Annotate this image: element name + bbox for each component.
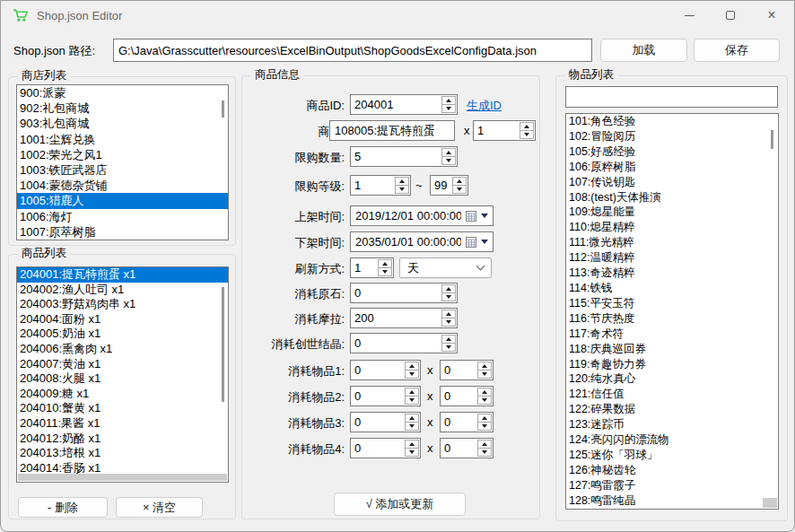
dropdown-arrow-icon[interactable] — [481, 240, 488, 244]
goods-name-input[interactable] — [329, 120, 455, 141]
list-item[interactable]: 121:信任值 — [566, 387, 778, 402]
list-item[interactable]: 204012:奶酪 x1 — [17, 432, 228, 447]
list-item[interactable]: 118:庆典巡回券 — [566, 342, 778, 357]
list-item[interactable]: 1006:海灯 — [17, 209, 228, 224]
cost-primogem-spinner[interactable] — [350, 283, 458, 303]
list-item[interactable]: 204002:渔人吐司 x1 — [17, 283, 228, 298]
shop-listbox[interactable]: 900:派蒙902:礼包商城903:礼包商城1001:尘辉兑换1002:荣光之风… — [16, 84, 229, 240]
spin-down-button[interactable] — [442, 343, 455, 351]
cost-item4-count-input[interactable] — [441, 439, 476, 458]
refresh-unit-combobox[interactable]: 天 — [399, 257, 492, 278]
cost-item2-id-spinner[interactable] — [350, 386, 421, 406]
item-listbox[interactable]: 101:角色经验102:冒险阅历105:好感经验106:原粹树脂107:传说钥匙… — [565, 113, 779, 510]
list-item[interactable]: 105:好感经验 — [566, 144, 778, 160]
spin-up-button[interactable] — [442, 336, 455, 343]
spin-down-button[interactable] — [478, 370, 491, 378]
begin-time-input[interactable] — [355, 209, 461, 222]
spin-up-button[interactable] — [453, 178, 466, 185]
list-item[interactable]: 107:传说钥匙 — [566, 175, 778, 190]
cost-item4-id-spinner[interactable] — [350, 438, 421, 458]
spin-up-button[interactable] — [396, 178, 408, 185]
list-item[interactable]: 204009:糖 x1 — [17, 387, 228, 402]
goods-id-input[interactable] — [351, 95, 441, 114]
end-time-picker[interactable] — [350, 231, 494, 252]
list-item[interactable]: 127:鸣雷霰子 — [566, 478, 778, 493]
list-item[interactable]: 1004:蒙德杂货铺 — [17, 178, 228, 193]
spin-down-button[interactable] — [379, 267, 391, 275]
cost-item1-id-spinner[interactable] — [350, 360, 421, 380]
list-item[interactable]: 1003:铁匠武器店 — [17, 162, 228, 178]
list-item[interactable]: 204007:黄油 x1 — [17, 357, 228, 372]
spin-up-button[interactable] — [379, 260, 391, 267]
save-button[interactable]: 保存 — [694, 39, 780, 62]
cost-item4-count-spinner[interactable] — [440, 438, 494, 458]
cost-item2-id-input[interactable] — [351, 387, 404, 406]
list-item[interactable]: 902:礼包商城 — [17, 100, 228, 116]
cost-item3-id-input[interactable] — [351, 413, 404, 432]
cost-mora-spinner[interactable] — [350, 308, 458, 328]
cost-primogem-input[interactable] — [351, 283, 441, 302]
generate-id-link[interactable]: 生成ID — [467, 98, 502, 114]
list-item[interactable]: 128:鸣雷纯晶 — [566, 493, 778, 509]
spin-down-button[interactable] — [406, 396, 418, 404]
list-item[interactable]: 119:奇趣协力券 — [566, 357, 778, 372]
spin-up-button[interactable] — [406, 440, 418, 448]
spin-up-button[interactable] — [478, 440, 491, 448]
spin-up-button[interactable] — [478, 414, 491, 422]
horizontal-scrollbar[interactable] — [18, 474, 227, 481]
cost-item3-id-spinner[interactable] — [350, 412, 421, 432]
spin-down-button[interactable] — [478, 448, 491, 456]
scrollbar-thumb[interactable] — [771, 130, 773, 149]
list-item[interactable]: 124:亮闪闪的漂流物 — [566, 432, 778, 448]
refresh-value-input[interactable] — [351, 258, 377, 277]
spin-up-button[interactable] — [406, 362, 418, 370]
list-item[interactable]: 1001:尘辉兑换 — [17, 132, 228, 147]
goods-listbox[interactable]: 204001:提瓦特煎蛋 x1204002:渔人吐司 x1204003:野菇鸡肉… — [16, 266, 229, 483]
spin-down-button[interactable] — [478, 396, 491, 404]
scrollbar-thumb[interactable] — [222, 287, 224, 402]
cost-crystal-input[interactable] — [351, 334, 441, 353]
goods-count-input[interactable] — [474, 121, 519, 140]
spin-down-button[interactable] — [406, 370, 418, 378]
spin-down-button[interactable] — [442, 104, 455, 112]
goods-id-spinner[interactable] — [350, 94, 458, 115]
list-item[interactable]: 123:迷踪币 — [566, 417, 778, 432]
list-item[interactable]: 117:奇术符 — [566, 327, 778, 342]
spin-down-button[interactable] — [453, 185, 466, 193]
goods-count-spinner[interactable] — [473, 120, 536, 141]
level-min-spinner[interactable] — [350, 175, 411, 196]
list-item[interactable]: 1007:原萃树脂 — [17, 224, 228, 240]
dropdown-arrow-icon[interactable] — [481, 214, 488, 218]
delete-goods-button[interactable]: - 删除 — [18, 497, 108, 518]
spin-down-button[interactable] — [406, 448, 418, 456]
spin-up-button[interactable] — [478, 362, 491, 370]
spin-up-button[interactable] — [520, 123, 533, 130]
cost-item4-id-input[interactable] — [351, 439, 404, 458]
list-item[interactable]: 114:铁钱 — [566, 281, 778, 296]
list-item[interactable]: 204008:火腿 x1 — [17, 371, 228, 387]
clear-goods-button[interactable]: × 清空 — [116, 497, 203, 518]
list-item[interactable]: 113:奇迹精粹 — [566, 266, 778, 281]
load-button[interactable]: 加载 — [600, 39, 687, 62]
level-max-spinner[interactable] — [430, 175, 468, 196]
level-min-input[interactable] — [351, 176, 394, 195]
spin-up-button[interactable] — [442, 149, 455, 156]
list-item[interactable]: 120:纯水真心 — [566, 371, 778, 387]
list-item[interactable]: 101:角色经验 — [566, 114, 778, 129]
list-item[interactable]: 204010:蟹黄 x1 — [17, 401, 228, 416]
list-item[interactable]: 125:迷你「羽球」 — [566, 448, 778, 463]
spin-down-button[interactable] — [406, 422, 418, 430]
list-item[interactable]: 106:原粹树脂 — [566, 160, 778, 175]
spin-down-button[interactable] — [442, 318, 455, 326]
close-button[interactable]: × — [751, 1, 792, 30]
scrollbar-thumb[interactable] — [222, 100, 224, 118]
spin-up-button[interactable] — [406, 388, 418, 396]
list-item[interactable]: 1002:荣光之风1 — [17, 147, 228, 162]
list-item[interactable]: 116:节庆热度 — [566, 311, 778, 327]
end-time-input[interactable] — [355, 235, 461, 249]
cost-item2-count-spinner[interactable] — [440, 386, 494, 406]
list-item[interactable]: 115:平安玉符 — [566, 296, 778, 311]
spin-down-button[interactable] — [520, 130, 533, 138]
maximize-button[interactable] — [710, 1, 751, 30]
spin-up-button[interactable] — [442, 97, 455, 104]
